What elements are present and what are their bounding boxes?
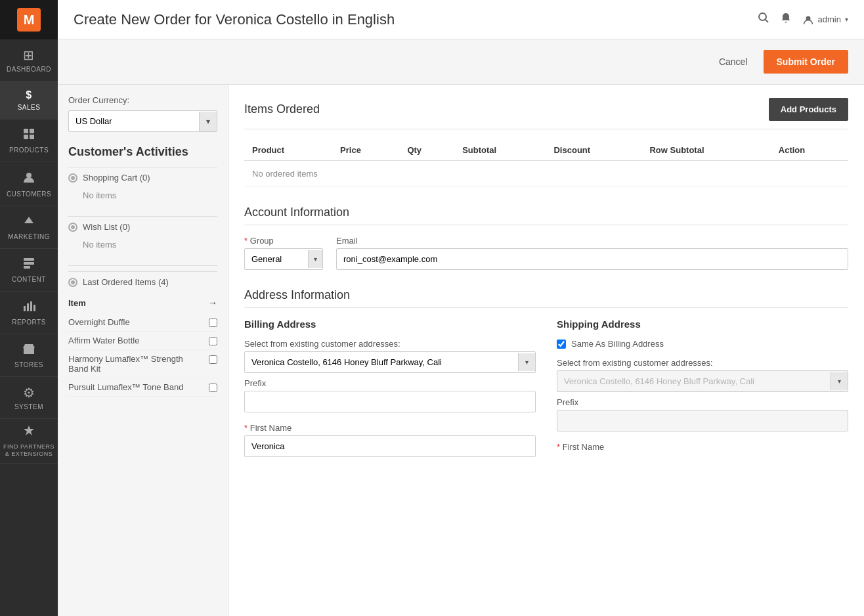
shipping-address-title: Shipping Address (557, 319, 848, 330)
sidebar-item-system[interactable]: ⚙ SYSTEM (0, 377, 58, 419)
sidebar-item-label: DASHBOARD (7, 66, 51, 73)
shipping-address-dropdown-icon[interactable]: ▾ (831, 372, 848, 390)
shipping-prefix-input[interactable] (557, 410, 848, 431)
bell-icon[interactable] (780, 12, 792, 27)
svg-line-16 (765, 20, 768, 23)
billing-address-title: Billing Address (244, 319, 536, 330)
group-label: * Group (244, 236, 323, 246)
last-ordered-header[interactable]: Last Ordered Items (4) (68, 271, 217, 292)
item-name: Affirm Water Bottle (68, 336, 204, 345)
wish-list-header[interactable]: Wish List (0) (68, 216, 217, 237)
cancel-button[interactable]: Cancel (708, 51, 758, 72)
billing-address-select[interactable]: Veronica Costello, 6146 Honey Bluff Park… (245, 352, 518, 372)
col-product: Product (244, 140, 332, 161)
admin-label: admin (818, 14, 841, 24)
svg-marker-5 (24, 217, 33, 223)
item-checkbox[interactable] (209, 319, 217, 327)
col-subtotal: Subtotal (454, 140, 546, 161)
item-checkbox[interactable] (209, 384, 217, 392)
svg-rect-8 (24, 266, 30, 269)
sidebar-logo: M (0, 0, 58, 39)
billing-select-label: Select from existing customer addresses: (244, 339, 536, 349)
col-action: Action (771, 140, 848, 161)
sidebar-item-content[interactable]: CONTENT (0, 249, 58, 292)
items-ordered-section: Items Ordered Add Products Product Price… (244, 98, 848, 187)
currency-label: Order Currency: (68, 95, 217, 105)
shipping-address-select-wrap: Veronica Costello, 6146 Honey Bluff Park… (557, 370, 848, 392)
items-ordered-title: Items Ordered (244, 102, 320, 116)
address-info-title: Address Information (244, 288, 350, 301)
shipping-firstname-label: * First Name (557, 442, 848, 452)
group-select-arrow[interactable]: ▾ (308, 250, 322, 268)
billing-firstname-label: * First Name (244, 423, 536, 433)
sidebar-item-customers[interactable]: CUSTOMERS (0, 162, 58, 206)
wish-list-radio (68, 223, 77, 232)
col-price: Price (332, 140, 399, 161)
action-bar: Cancel Submit Order (58, 39, 864, 85)
address-grid: Billing Address Select from existing cus… (244, 319, 848, 468)
content-icon (22, 257, 35, 273)
activities-title: Customer's Activities (68, 145, 217, 159)
billing-prefix-section: Prefix (244, 378, 536, 412)
sidebar-item-label: REPORTS (12, 319, 46, 326)
sidebar-item-dashboard[interactable]: ⊞ DASHBOARD (0, 39, 58, 81)
items-header[interactable]: Item → (68, 292, 217, 313)
right-panel: Items Ordered Add Products Product Price… (228, 85, 864, 616)
add-products-button[interactable]: Add Products (769, 98, 848, 121)
svg-rect-0 (24, 129, 28, 133)
account-info-section: Account Information * Group General (244, 206, 848, 270)
col-discount: Discount (546, 140, 641, 161)
address-info-divider (244, 307, 848, 308)
search-icon[interactable] (758, 12, 769, 27)
svg-point-15 (759, 13, 766, 20)
currency-select[interactable]: US Dollar (69, 111, 199, 131)
admin-user[interactable]: admin ▾ (802, 14, 848, 26)
svg-rect-2 (24, 135, 28, 139)
list-item: Affirm Water Bottle (68, 332, 217, 350)
group-select[interactable]: General (245, 249, 308, 269)
sidebar-item-stores[interactable]: STORES (0, 334, 58, 377)
item-checkbox[interactable] (209, 337, 217, 345)
sidebar-item-products[interactable]: PRODUCTS (0, 120, 58, 162)
shipping-address-select[interactable]: Veronica Costello, 6146 Honey Bluff Park… (557, 371, 831, 391)
sidebar-item-label: MARKETING (8, 233, 50, 240)
billing-address-dropdown-icon[interactable]: ▾ (518, 353, 535, 371)
currency-select-wrap: US Dollar ▾ (68, 110, 217, 132)
wish-list-empty: No items (68, 237, 217, 255)
billing-firstname-input[interactable] (244, 435, 536, 457)
svg-rect-9 (24, 306, 26, 311)
sidebar-item-label: FIND PARTNERS& EXTENSIONS (3, 443, 54, 458)
submit-order-button[interactable]: Submit Order (764, 50, 848, 74)
item-name: Pursuit Lumaflex™ Tone Band (68, 382, 204, 392)
sidebar-item-marketing[interactable]: MARKETING (0, 206, 58, 249)
magento-logo: M (17, 8, 41, 32)
col-row-subtotal: Row Subtotal (641, 140, 770, 161)
shipping-select-label: Select from existing customer addresses: (557, 358, 848, 368)
billing-prefix-label: Prefix (244, 378, 536, 388)
shipping-firstname-section: * First Name (557, 442, 848, 452)
billing-select-label-wrap: Select from existing customer addresses:… (244, 339, 536, 373)
item-checkbox[interactable] (209, 355, 217, 364)
customers-icon (22, 170, 36, 188)
sidebar-item-label: PRODUCTS (9, 146, 49, 154)
shopping-cart-radio (68, 173, 77, 183)
shopping-cart-header[interactable]: Shopping Cart (0) (68, 167, 217, 188)
list-item: Harmony Lumaflex™ Strength Band Kit (68, 350, 217, 378)
left-panel: Order Currency: US Dollar ▾ Customer's A… (58, 85, 228, 616)
sidebar-item-reports[interactable]: REPORTS (0, 292, 58, 334)
top-header: Create New Order for Veronica Costello i… (58, 0, 864, 39)
wish-list-section: Wish List (0) No items (68, 216, 217, 255)
sidebar-item-find-partners[interactable]: FIND PARTNERS& EXTENSIONS (0, 419, 58, 464)
billing-address-select-wrap: Veronica Costello, 6146 Honey Bluff Park… (244, 351, 536, 373)
currency-dropdown-icon[interactable]: ▾ (199, 112, 217, 131)
shipping-select-label-wrap: Select from existing customer addresses:… (557, 358, 848, 392)
svg-rect-6 (24, 258, 34, 261)
billing-prefix-input[interactable] (244, 391, 536, 412)
sidebar-item-sales[interactable]: $ SALES (0, 81, 58, 120)
same-billing-checkbox[interactable] (557, 340, 566, 349)
header-actions: admin ▾ (758, 12, 848, 27)
last-ordered-section: Last Ordered Items (4) Item → Overnight … (68, 265, 217, 397)
email-input[interactable] (336, 248, 848, 270)
email-label: Email (336, 236, 848, 246)
shopping-cart-empty: No items (68, 188, 217, 206)
